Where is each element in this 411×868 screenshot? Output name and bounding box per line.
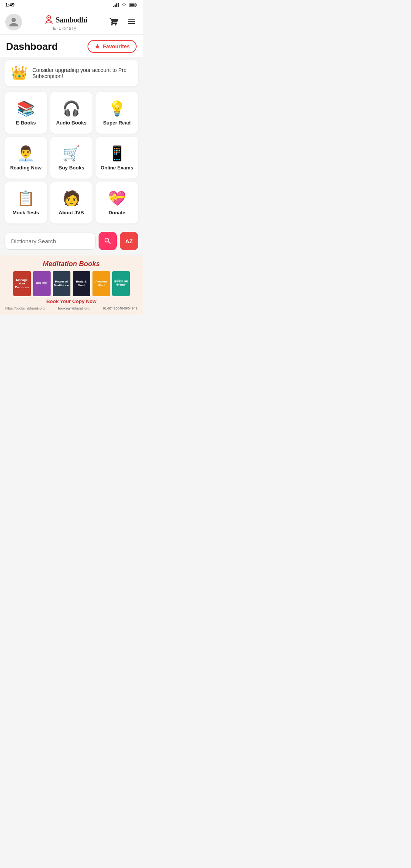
banner-title: Meditation Books xyxy=(4,260,139,268)
mocktests-icon: 📋 xyxy=(17,190,35,207)
user-icon xyxy=(8,17,19,27)
svg-rect-2 xyxy=(116,3,117,7)
favourites-label: Favourites xyxy=(103,43,130,49)
banner-email: books@jvbharati.org xyxy=(58,306,89,310)
superread-label: Super Read xyxy=(103,120,131,126)
onlineexams-icon: 📱 xyxy=(108,145,126,162)
wifi-icon xyxy=(121,3,127,7)
book-cover: अवचेतन मन से संपर्क xyxy=(112,271,130,296)
app-header: Sambodhi E-Library xyxy=(0,10,143,35)
upgrade-banner[interactable]: 👑 Consider upgrading your account to Pro… xyxy=(5,60,138,86)
grid-item-superread[interactable]: 💡 Super Read xyxy=(96,92,138,134)
readingnow-icon: 👨‍💼 xyxy=(17,145,35,162)
page-title: Dashboard xyxy=(6,41,58,53)
svg-rect-3 xyxy=(118,3,119,7)
grid-item-audiobooks[interactable]: 🎧 Audio Books xyxy=(50,92,93,134)
crown-icon: 👑 xyxy=(11,65,28,81)
ebooks-label: E-Books xyxy=(16,120,36,126)
grid-item-readingnow[interactable]: 👨‍💼 Reading Now xyxy=(5,137,47,179)
menu-button[interactable] xyxy=(125,16,137,29)
svg-rect-1 xyxy=(115,5,116,7)
aboutjvb-label: About JVB xyxy=(59,210,84,216)
banner-footer: https://books.jvbharati.org books@jvbhar… xyxy=(4,306,139,311)
svg-rect-6 xyxy=(130,4,135,6)
menu-icon xyxy=(127,17,136,26)
star-icon xyxy=(94,43,100,49)
brand-subtitle: E-Library xyxy=(53,26,77,30)
buybooks-label: Buy Books xyxy=(59,165,84,171)
status-icons xyxy=(113,3,137,7)
superread-icon: 💡 xyxy=(108,100,126,117)
cart-icon xyxy=(109,17,118,26)
banner-url: https://books.jvbharati.org xyxy=(5,306,45,310)
grid-item-aboutjvb[interactable]: 🧑 About JVB xyxy=(50,182,93,223)
az-label: AZ xyxy=(125,238,133,244)
book-cover: Awaken Mind xyxy=(92,271,110,296)
readingnow-label: Reading Now xyxy=(10,165,41,171)
grid-item-mocktests[interactable]: 📋 Mock Tests xyxy=(5,182,47,223)
audiobooks-icon: 🎧 xyxy=(62,100,80,117)
onlineexams-label: Online Exams xyxy=(100,165,133,171)
grid-item-ebooks[interactable]: 📚 E-Books xyxy=(5,92,47,134)
logo-icon xyxy=(43,14,55,26)
upgrade-text: Consider upgrading your account to Pro S… xyxy=(32,67,132,79)
dictionary-search-button[interactable] xyxy=(99,232,117,250)
book-cover: Body & Soul xyxy=(73,271,90,296)
svg-point-8 xyxy=(48,17,49,18)
ebooks-icon: 📚 xyxy=(17,100,35,117)
book-cover: Manage Your Emotions xyxy=(13,271,31,296)
favourites-button[interactable]: Favourites xyxy=(88,40,137,53)
signal-icon xyxy=(113,3,119,7)
aboutjvb-icon: 🧑 xyxy=(62,190,80,207)
dashboard-header: Dashboard Favourites xyxy=(0,35,143,57)
brand-name: Sambodhi xyxy=(56,16,87,24)
search-icon xyxy=(104,237,112,245)
grid-item-donate[interactable]: 💝 Donate xyxy=(96,182,138,223)
cart-button[interactable] xyxy=(108,16,120,29)
app-logo: Sambodhi E-Library xyxy=(43,14,87,30)
book-cover: Power of Meditation xyxy=(53,271,70,296)
banner-phone: 91-8742004849/04949 xyxy=(103,306,137,310)
meditation-banner[interactable]: Meditation Books Manage Your Emotionsध्य… xyxy=(0,255,143,315)
dictionary-az-button[interactable]: AZ xyxy=(120,232,138,250)
grid-item-onlineexams[interactable]: 📱 Online Exams xyxy=(96,137,138,179)
donate-icon: 💝 xyxy=(108,190,126,207)
status-time: 1:49 xyxy=(5,2,14,8)
audiobooks-label: Audio Books xyxy=(56,120,86,126)
status-bar: 1:49 xyxy=(0,0,143,10)
avatar[interactable] xyxy=(5,14,22,30)
battery-icon xyxy=(129,3,137,7)
feature-grid: 📚 E-Books 🎧 Audio Books 💡 Super Read 👨‍💼… xyxy=(0,89,143,226)
svg-rect-0 xyxy=(113,6,114,7)
mocktests-label: Mock Tests xyxy=(13,210,39,216)
banner-books: Manage Your Emotionsध्यान क्यों?Power of… xyxy=(4,271,139,296)
donate-label: Donate xyxy=(108,210,125,216)
svg-rect-5 xyxy=(136,4,137,6)
header-actions xyxy=(108,16,137,29)
dictionary-search-input[interactable] xyxy=(5,233,96,250)
grid-item-buybooks[interactable]: 🛒 Buy Books xyxy=(50,137,93,179)
banner-copy-text: Book Your Copy Now xyxy=(4,298,139,304)
buybooks-icon: 🛒 xyxy=(62,145,80,162)
dictionary-section: AZ xyxy=(0,226,143,254)
book-cover: ध्यान क्यों? xyxy=(33,271,51,296)
